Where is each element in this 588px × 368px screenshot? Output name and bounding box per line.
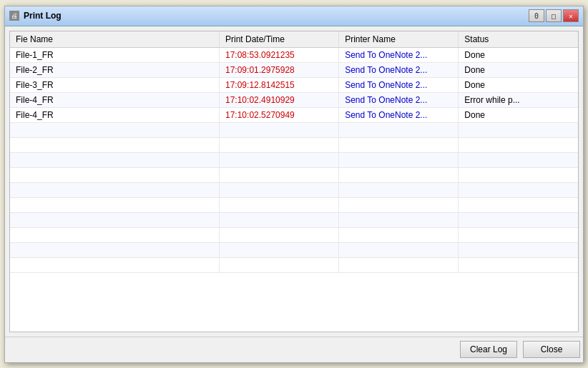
table-row-empty: [10, 137, 578, 152]
cell-datetime: 17:10:02.4910929: [220, 92, 339, 107]
footer: Clear Log Close: [5, 337, 583, 362]
table-row: File-2_FR17:09:01.2975928Send To OneNote…: [10, 62, 578, 77]
table-header: Fie Name Print Date/Time Printer Name St…: [10, 31, 578, 48]
log-table-container[interactable]: Fie Name Print Date/Time Printer Name St…: [9, 31, 579, 332]
minimize-button[interactable]: 0: [529, 9, 544, 22]
cell-filename: File-2_FR: [10, 62, 220, 77]
close-title-button[interactable]: ✕: [563, 9, 579, 22]
window-title: Print Log: [24, 11, 62, 21]
table-row-empty: [10, 197, 578, 212]
table-row-empty: [10, 182, 578, 197]
cell-datetime: 17:10:02.5270949: [220, 107, 339, 122]
cell-printer: Send To OneNote 2...: [339, 92, 459, 107]
cell-datetime: 17:08:53.0921235: [220, 47, 339, 62]
table-row-empty: [10, 167, 578, 182]
title-buttons: 0 □ ✕: [529, 9, 579, 22]
header-row: Fie Name Print Date/Time Printer Name St…: [10, 31, 578, 48]
col-header-status: Status: [459, 31, 578, 48]
window-content: Fie Name Print Date/Time Printer Name St…: [5, 26, 583, 337]
window-icon: 🖨: [9, 11, 19, 21]
cell-datetime: 17:09:01.2975928: [220, 62, 339, 77]
cell-status: Done: [459, 107, 578, 122]
table-row-empty: [10, 212, 578, 227]
cell-filename: File-4_FR: [10, 107, 220, 122]
table-row: File-4_FR17:10:02.5270949Send To OneNote…: [10, 107, 578, 122]
close-button[interactable]: Close: [523, 341, 580, 358]
table-row-empty: [10, 257, 578, 272]
cell-filename: File-1_FR: [10, 47, 220, 62]
table-row-empty: [10, 242, 578, 257]
cell-printer: Send To OneNote 2...: [339, 62, 459, 77]
table-row: File-3_FR17:09:12.8142515Send To OneNote…: [10, 77, 578, 92]
cell-filename: File-4_FR: [10, 92, 220, 107]
title-bar: 🖨 Print Log 0 □ ✕: [5, 6, 583, 26]
table-body: File-1_FR17:08:53.0921235Send To OneNote…: [10, 47, 578, 272]
cell-filename: File-3_FR: [10, 77, 220, 92]
cell-datetime: 17:09:12.8142515: [220, 77, 339, 92]
cell-status: Done: [459, 77, 578, 92]
maximize-button[interactable]: □: [546, 9, 562, 22]
cell-status: Done: [459, 47, 578, 62]
col-header-printer: Printer Name: [339, 31, 459, 48]
table-row-empty: [10, 122, 578, 137]
log-table: Fie Name Print Date/Time Printer Name St…: [10, 31, 578, 273]
clear-log-button[interactable]: Clear Log: [460, 341, 517, 358]
cell-printer: Send To OneNote 2...: [339, 47, 459, 62]
cell-status: Error while p...: [459, 92, 578, 107]
table-row: File-1_FR17:08:53.0921235Send To OneNote…: [10, 47, 578, 62]
col-header-filename: Fie Name: [10, 31, 220, 48]
table-row-empty: [10, 227, 578, 242]
cell-printer: Send To OneNote 2...: [339, 77, 459, 92]
cell-printer: Send To OneNote 2...: [339, 107, 459, 122]
title-bar-left: 🖨 Print Log: [9, 11, 62, 21]
col-header-datetime: Print Date/Time: [220, 31, 339, 48]
table-row: File-4_FR17:10:02.4910929Send To OneNote…: [10, 92, 578, 107]
print-log-window: 🖨 Print Log 0 □ ✕ Fie Name Print Date/Ti…: [4, 6, 584, 363]
table-row-empty: [10, 152, 578, 167]
cell-status: Done: [459, 62, 578, 77]
